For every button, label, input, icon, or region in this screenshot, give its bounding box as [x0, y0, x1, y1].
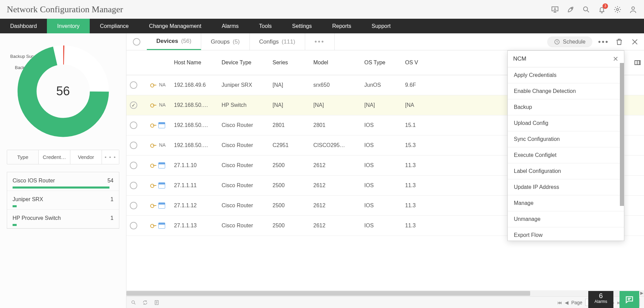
- col-Host Name[interactable]: Host Name: [171, 50, 218, 75]
- trash-icon[interactable]: [615, 37, 624, 46]
- col-OS Type[interactable]: OS Type: [361, 50, 402, 75]
- bell-icon[interactable]: 3: [598, 5, 606, 14]
- hscroll-right-arrow[interactable]: ▶: [640, 291, 643, 295]
- content-tab-devices[interactable]: Devices (56): [147, 33, 201, 50]
- sidebar-tab-credent[interactable]: Credent…: [39, 150, 70, 164]
- sidebar-tab-more[interactable]: • • •: [102, 150, 119, 164]
- content-tab-configs[interactable]: Configs (111): [250, 33, 305, 50]
- type-row[interactable]: Cisco IOS Router54: [7, 172, 119, 191]
- chat-float-button[interactable]: [620, 291, 639, 308]
- cell-osver: 9.6F: [402, 75, 429, 95]
- app-header: Network Configuration Manager 3: [0, 0, 644, 19]
- pager-page-label: Page: [571, 300, 582, 305]
- ncm-item-manage[interactable]: Manage: [508, 195, 624, 211]
- cell-devicetype: Cisco Router: [218, 216, 269, 236]
- ncm-item-unmanage[interactable]: Unmanage: [508, 211, 624, 227]
- col-OS V[interactable]: OS V: [402, 50, 429, 75]
- type-row[interactable]: Juniper SRX1: [7, 191, 119, 210]
- type-count: 1: [110, 196, 114, 202]
- row-checkbox[interactable]: [130, 101, 137, 109]
- nav-item-change-management[interactable]: Change Management: [139, 19, 212, 33]
- type-count: 1: [110, 215, 114, 221]
- cell-hostname: 192.168.50.…: [171, 115, 218, 135]
- sidebar-tabs: TypeCredent…Vendor• • •: [7, 150, 119, 164]
- alarms-float-button[interactable]: 6 Alarms: [588, 291, 613, 308]
- sidebar-tab-vendor[interactable]: Vendor: [70, 150, 102, 164]
- pager-first[interactable]: ⏮: [557, 300, 562, 305]
- ncm-scrollbar-thumb[interactable]: [620, 63, 624, 206]
- cell-devicetype: Cisco Router: [218, 115, 269, 135]
- col-Device Type[interactable]: Device Type: [218, 50, 269, 75]
- footer-refresh-icon[interactable]: [142, 299, 148, 306]
- ncm-item-execute-configlet[interactable]: Execute Configlet: [508, 147, 624, 163]
- ncm-item-label-configuration[interactable]: Label Configuration: [508, 163, 624, 179]
- ncm-item-update-ip-address[interactable]: Update IP Address: [508, 179, 624, 195]
- col-Series[interactable]: Series: [269, 50, 310, 75]
- cell-model: 2612: [310, 156, 361, 176]
- hscroll-thumb[interactable]: [126, 291, 530, 296]
- donut-chart[interactable]: 56: [16, 44, 111, 139]
- rocket-icon[interactable]: [567, 5, 575, 14]
- app-title: Network Configuration Manager: [7, 4, 123, 15]
- row-checkbox[interactable]: [130, 81, 137, 89]
- gear-icon[interactable]: [613, 5, 622, 14]
- nav-item-alarms[interactable]: Alarms: [211, 19, 249, 33]
- cell-series: 2500: [269, 176, 310, 196]
- horizontal-scrollbar[interactable]: ▶: [126, 290, 644, 296]
- pager-prev[interactable]: ◀: [565, 300, 569, 305]
- cell-series: 2500: [269, 156, 310, 176]
- ncm-item-backup[interactable]: Backup: [508, 99, 624, 115]
- sidebar-tab-type[interactable]: Type: [7, 150, 39, 164]
- col-blank-0[interactable]: [126, 50, 147, 75]
- content-tab-groups[interactable]: Groups (5): [201, 33, 249, 50]
- type-name: Cisco IOS Router: [13, 178, 55, 184]
- cell-model: 2801: [310, 115, 361, 135]
- cell-ostype: IOS: [361, 135, 402, 156]
- ncm-item-sync-configuration[interactable]: Sync Configuration: [508, 131, 624, 147]
- ncm-item-export-flow[interactable]: Export Flow: [508, 227, 624, 241]
- type-row[interactable]: HP Procurve Switch1: [7, 210, 119, 228]
- config-doc-icon: [158, 162, 165, 168]
- cell-model: 2612: [310, 216, 361, 236]
- row-checkbox[interactable]: [130, 121, 137, 129]
- cell-devicetype: Cisco Router: [218, 176, 269, 196]
- row-checkbox[interactable]: [130, 142, 137, 149]
- ncm-item-enable-change-detection[interactable]: Enable Change Detection: [508, 83, 624, 99]
- credentials-icon: [150, 223, 157, 229]
- search-icon[interactable]: [582, 5, 590, 14]
- nav-item-compliance[interactable]: Compliance: [90, 19, 139, 33]
- nav-item-tools[interactable]: Tools: [249, 19, 282, 33]
- nav-item-settings[interactable]: Settings: [282, 19, 322, 33]
- user-avatar-icon[interactable]: [629, 5, 637, 14]
- column-picker-icon[interactable]: [634, 60, 641, 65]
- col-Model[interactable]: Model: [310, 50, 361, 75]
- nav-item-inventory[interactable]: Inventory: [47, 19, 90, 33]
- row-checkbox[interactable]: [130, 202, 137, 209]
- ncm-item-upload-config[interactable]: Upload Config: [508, 115, 624, 131]
- notification-badge: 3: [603, 3, 608, 9]
- footer-search-icon[interactable]: [130, 299, 137, 306]
- nav-item-support[interactable]: Support: [361, 19, 401, 33]
- nav-item-reports[interactable]: Reports: [322, 19, 361, 33]
- table-footer: ⏮ ◀ Page of 2 ▶ ⏭ 50: [126, 296, 644, 308]
- footer-export-icon[interactable]: [154, 299, 160, 306]
- ncm-close-icon[interactable]: ✕: [613, 55, 619, 63]
- select-all-checkbox[interactable]: [133, 38, 140, 46]
- cell-series: 2500: [269, 216, 310, 236]
- more-actions-icon[interactable]: •••: [599, 37, 608, 46]
- col-blank-1[interactable]: [147, 50, 171, 75]
- tabs-more-button[interactable]: •••: [305, 33, 335, 50]
- close-panel-icon[interactable]: [630, 37, 639, 46]
- cell-devicetype: Cisco Router: [218, 135, 269, 156]
- row-checkbox[interactable]: [130, 222, 137, 229]
- credentials-icon: [150, 162, 157, 168]
- nav-item-dashboard[interactable]: Dashboard: [0, 19, 47, 33]
- ncm-title: NCM: [513, 55, 526, 62]
- sidebar: Backup Success Backup Failed 56 TypeCred…: [0, 33, 126, 308]
- ncm-item-apply-credentials[interactable]: Apply Credentials: [508, 67, 624, 83]
- row-checkbox[interactable]: [130, 182, 137, 189]
- presentation-icon[interactable]: [551, 5, 559, 14]
- schedule-button[interactable]: Schedule: [547, 36, 592, 47]
- config-doc-icon: [158, 122, 165, 128]
- row-checkbox[interactable]: [130, 162, 137, 169]
